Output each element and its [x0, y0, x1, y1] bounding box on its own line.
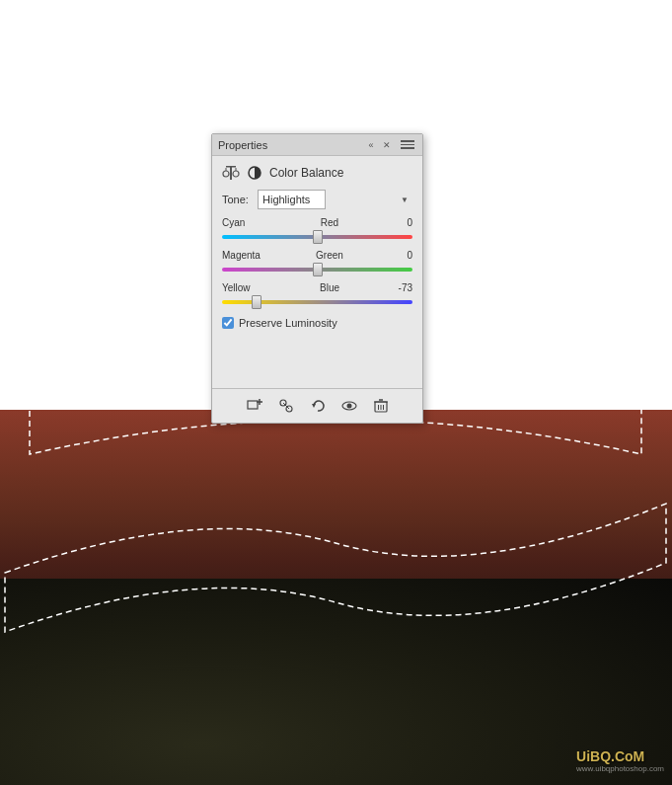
svg-point-15 [346, 404, 351, 409]
landscape-photo [0, 410, 672, 785]
watermark: UiBQ.CoM www.uibqphotoshop.com [576, 748, 664, 773]
preserve-luminosity-row: Preserve Luminosity [222, 317, 412, 329]
adj-title: Color Balance [269, 166, 343, 180]
magenta-green-value: 0 [388, 250, 412, 261]
yellow-blue-track [222, 300, 412, 304]
tone-row: Tone: Shadows Midtones Highlights [222, 190, 412, 209]
yellow-blue-thumb[interactable] [252, 295, 261, 309]
panel-content: Color Balance Tone: Shadows Midtones Hig… [212, 156, 422, 349]
magenta-green-thumb[interactable] [313, 263, 323, 276]
spacer [212, 349, 422, 388]
svg-point-3 [233, 171, 239, 177]
green-label: Green [271, 250, 388, 261]
tone-select-wrapper: Shadows Midtones Highlights [258, 190, 412, 209]
panel-toolbar [212, 388, 422, 423]
panel-title: Properties [218, 139, 267, 151]
clip-button[interactable] [275, 395, 297, 417]
magenta-green-track [222, 268, 412, 272]
tone-select[interactable]: Shadows Midtones Highlights [258, 190, 326, 209]
titlebar-icons: « ✕ [365, 139, 416, 151]
magenta-label: Magenta [222, 250, 271, 261]
watermark-line2: www.uibqphotoshop.com [576, 764, 664, 773]
cyan-red-slider-container[interactable] [222, 230, 412, 244]
watermark-line1: UiBQ.CoM [576, 748, 664, 764]
menu-line-2 [401, 144, 414, 146]
yellow-blue-slider-row: Yellow Blue -73 [222, 282, 412, 309]
cyan-red-labels: Cyan Red 0 [222, 217, 412, 228]
menu-line-3 [401, 147, 414, 149]
magenta-green-slider-container[interactable] [222, 263, 412, 276]
preserve-luminosity-checkbox[interactable] [222, 317, 234, 329]
tone-label: Tone: [222, 194, 252, 205]
rocks-layer [0, 579, 672, 785]
yellow-blue-value: -73 [388, 282, 412, 293]
svg-rect-1 [226, 166, 236, 168]
svg-rect-7 [248, 401, 258, 409]
panel-titlebar: Properties « ✕ [212, 134, 422, 156]
cyan-red-value: 0 [388, 217, 412, 228]
visibility-button[interactable] [338, 395, 360, 417]
panel-menu-button[interactable] [401, 139, 416, 151]
svg-rect-0 [230, 166, 232, 180]
blue-label: Blue [271, 282, 388, 293]
cyan-red-slider-row: Cyan Red 0 [222, 217, 412, 244]
icon-row: Color Balance [222, 164, 412, 182]
menu-line-1 [401, 140, 414, 142]
properties-panel: Properties « ✕ [211, 133, 423, 424]
preserve-luminosity-label: Preserve Luminosity [239, 317, 337, 329]
magenta-green-labels: Magenta Green 0 [222, 250, 412, 261]
reset-button[interactable] [307, 395, 329, 417]
delete-button[interactable] [370, 395, 392, 417]
svg-point-2 [223, 171, 229, 177]
yellow-label: Yellow [222, 282, 271, 293]
hills-layer [0, 410, 672, 597]
cyan-red-track [222, 235, 412, 239]
double-arrow-button[interactable]: « [365, 139, 377, 151]
yellow-blue-slider-container[interactable] [222, 295, 412, 309]
add-adjustment-button[interactable] [244, 395, 265, 417]
circle-icon [246, 164, 263, 182]
magenta-green-slider-row: Magenta Green 0 [222, 250, 412, 276]
yellow-blue-labels: Yellow Blue -73 [222, 282, 412, 293]
svg-marker-13 [312, 404, 316, 408]
cyan-label: Cyan [222, 217, 271, 228]
red-label: Red [271, 217, 388, 228]
scales-icon [222, 164, 240, 182]
cyan-red-thumb[interactable] [313, 230, 323, 244]
close-button[interactable]: ✕ [381, 139, 393, 151]
